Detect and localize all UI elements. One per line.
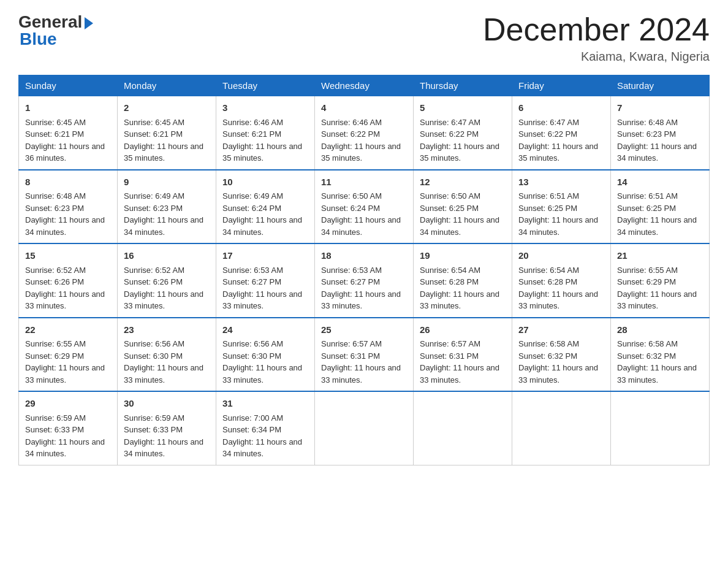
day-number: 18	[321, 249, 407, 263]
day-info: Sunrise: 6:57 AMSunset: 6:31 PMDaylight:…	[321, 338, 407, 386]
calendar-cell: 15Sunrise: 6:52 AMSunset: 6:26 PMDayligh…	[19, 243, 118, 318]
calendar-cell: 7Sunrise: 6:48 AMSunset: 6:23 PMDaylight…	[611, 96, 710, 170]
calendar-cell	[512, 391, 611, 465]
day-number: 2	[124, 101, 210, 115]
day-info: Sunrise: 6:52 AMSunset: 6:26 PMDaylight:…	[124, 264, 210, 312]
day-number: 30	[124, 397, 210, 411]
day-number: 19	[420, 249, 506, 263]
logo-blue-text: Blue	[20, 29, 57, 49]
calendar-cell: 25Sunrise: 6:57 AMSunset: 6:31 PMDayligh…	[315, 318, 414, 392]
calendar-cell: 28Sunrise: 6:58 AMSunset: 6:32 PMDayligh…	[611, 318, 710, 392]
day-number: 13	[518, 175, 604, 190]
calendar-cell: 19Sunrise: 6:54 AMSunset: 6:28 PMDayligh…	[414, 243, 512, 318]
calendar-week-row: 15Sunrise: 6:52 AMSunset: 6:26 PMDayligh…	[19, 243, 710, 318]
calendar-cell: 27Sunrise: 6:58 AMSunset: 6:32 PMDayligh…	[512, 318, 611, 392]
calendar-cell: 9Sunrise: 6:49 AMSunset: 6:23 PMDaylight…	[118, 170, 216, 244]
weekday-header-thursday: Thursday	[414, 75, 512, 96]
day-info: Sunrise: 6:53 AMSunset: 6:27 PMDaylight:…	[321, 264, 407, 312]
weekday-header-saturday: Saturday	[611, 75, 710, 96]
day-number: 16	[124, 249, 210, 263]
weekday-header-wednesday: Wednesday	[315, 75, 414, 96]
day-info: Sunrise: 6:46 AMSunset: 6:22 PMDaylight:…	[321, 117, 407, 164]
day-number: 8	[25, 175, 111, 190]
day-info: Sunrise: 6:56 AMSunset: 6:30 PMDaylight:…	[124, 338, 210, 386]
day-info: Sunrise: 6:45 AMSunset: 6:21 PMDaylight:…	[25, 117, 111, 164]
weekday-header-tuesday: Tuesday	[216, 75, 315, 96]
weekday-header-monday: Monday	[118, 75, 216, 96]
day-info: Sunrise: 6:59 AMSunset: 6:33 PMDaylight:…	[25, 412, 111, 460]
day-info: Sunrise: 6:54 AMSunset: 6:28 PMDaylight:…	[518, 264, 604, 312]
calendar-cell: 8Sunrise: 6:48 AMSunset: 6:23 PMDaylight…	[19, 170, 118, 244]
day-number: 26	[420, 323, 506, 337]
day-number: 31	[222, 397, 308, 411]
weekday-header-friday: Friday	[512, 75, 611, 96]
day-info: Sunrise: 6:54 AMSunset: 6:28 PMDaylight:…	[420, 264, 506, 312]
day-info: Sunrise: 6:53 AMSunset: 6:27 PMDaylight:…	[222, 264, 308, 312]
day-info: Sunrise: 6:45 AMSunset: 6:21 PMDaylight:…	[124, 117, 210, 164]
day-info: Sunrise: 6:52 AMSunset: 6:26 PMDaylight:…	[25, 264, 111, 312]
day-info: Sunrise: 6:51 AMSunset: 6:25 PMDaylight:…	[617, 190, 703, 238]
day-number: 7	[617, 101, 703, 115]
weekday-header-sunday: Sunday	[19, 75, 118, 96]
day-number: 17	[222, 249, 308, 263]
day-info: Sunrise: 6:48 AMSunset: 6:23 PMDaylight:…	[617, 117, 703, 164]
calendar-cell: 1Sunrise: 6:45 AMSunset: 6:21 PMDaylight…	[19, 96, 118, 170]
calendar-cell: 4Sunrise: 6:46 AMSunset: 6:22 PMDaylight…	[315, 96, 414, 170]
day-info: Sunrise: 6:59 AMSunset: 6:33 PMDaylight:…	[124, 412, 210, 460]
day-number: 27	[518, 323, 604, 337]
calendar-cell: 14Sunrise: 6:51 AMSunset: 6:25 PMDayligh…	[611, 170, 710, 244]
day-info: Sunrise: 6:50 AMSunset: 6:25 PMDaylight:…	[420, 190, 506, 238]
day-info: Sunrise: 6:46 AMSunset: 6:21 PMDaylight:…	[222, 117, 308, 164]
day-number: 14	[617, 175, 703, 190]
day-info: Sunrise: 6:58 AMSunset: 6:32 PMDaylight:…	[617, 338, 703, 386]
page-header: General Blue December 2024 Kaiama, Kwara…	[18, 12, 710, 64]
location-subtitle: Kaiama, Kwara, Nigeria	[483, 50, 710, 64]
calendar-cell: 26Sunrise: 6:57 AMSunset: 6:31 PMDayligh…	[414, 318, 512, 392]
day-info: Sunrise: 6:56 AMSunset: 6:30 PMDaylight:…	[222, 338, 308, 386]
day-number: 3	[222, 101, 308, 115]
calendar-cell: 24Sunrise: 6:56 AMSunset: 6:30 PMDayligh…	[216, 318, 315, 392]
calendar-cell: 20Sunrise: 6:54 AMSunset: 6:28 PMDayligh…	[512, 243, 611, 318]
calendar-cell: 30Sunrise: 6:59 AMSunset: 6:33 PMDayligh…	[118, 391, 216, 465]
day-number: 24	[222, 323, 308, 337]
day-info: Sunrise: 6:57 AMSunset: 6:31 PMDaylight:…	[420, 338, 506, 386]
calendar-cell: 6Sunrise: 6:47 AMSunset: 6:22 PMDaylight…	[512, 96, 611, 170]
day-number: 5	[420, 101, 506, 115]
day-number: 11	[321, 175, 407, 190]
day-info: Sunrise: 6:47 AMSunset: 6:22 PMDaylight:…	[518, 117, 604, 164]
day-number: 15	[25, 249, 111, 263]
day-info: Sunrise: 6:51 AMSunset: 6:25 PMDaylight:…	[518, 190, 604, 238]
day-number: 21	[617, 249, 703, 263]
calendar-week-row: 1Sunrise: 6:45 AMSunset: 6:21 PMDaylight…	[19, 96, 710, 170]
calendar-cell: 3Sunrise: 6:46 AMSunset: 6:21 PMDaylight…	[216, 96, 315, 170]
day-info: Sunrise: 6:55 AMSunset: 6:29 PMDaylight:…	[25, 338, 111, 386]
calendar-cell: 12Sunrise: 6:50 AMSunset: 6:25 PMDayligh…	[414, 170, 512, 244]
day-info: Sunrise: 6:48 AMSunset: 6:23 PMDaylight:…	[25, 190, 111, 238]
day-number: 4	[321, 101, 407, 115]
calendar-cell: 18Sunrise: 6:53 AMSunset: 6:27 PMDayligh…	[315, 243, 414, 318]
calendar-cell: 2Sunrise: 6:45 AMSunset: 6:21 PMDaylight…	[118, 96, 216, 170]
calendar-cell: 10Sunrise: 6:49 AMSunset: 6:24 PMDayligh…	[216, 170, 315, 244]
day-info: Sunrise: 6:50 AMSunset: 6:24 PMDaylight:…	[321, 190, 407, 238]
calendar-cell: 21Sunrise: 6:55 AMSunset: 6:29 PMDayligh…	[611, 243, 710, 318]
day-number: 10	[222, 175, 308, 190]
calendar-week-row: 8Sunrise: 6:48 AMSunset: 6:23 PMDaylight…	[19, 170, 710, 244]
calendar-cell	[611, 391, 710, 465]
day-number: 29	[25, 397, 111, 411]
day-info: Sunrise: 6:47 AMSunset: 6:22 PMDaylight:…	[420, 117, 506, 164]
day-number: 20	[518, 249, 604, 263]
day-number: 12	[420, 175, 506, 190]
day-info: Sunrise: 6:49 AMSunset: 6:24 PMDaylight:…	[222, 190, 308, 238]
calendar-cell: 5Sunrise: 6:47 AMSunset: 6:22 PMDaylight…	[414, 96, 512, 170]
calendar-cell: 29Sunrise: 6:59 AMSunset: 6:33 PMDayligh…	[19, 391, 118, 465]
calendar-header-row: SundayMondayTuesdayWednesdayThursdayFrid…	[19, 75, 710, 96]
day-number: 28	[617, 323, 703, 337]
day-number: 22	[25, 323, 111, 337]
calendar-cell: 17Sunrise: 6:53 AMSunset: 6:27 PMDayligh…	[216, 243, 315, 318]
day-info: Sunrise: 6:55 AMSunset: 6:29 PMDaylight:…	[617, 264, 703, 312]
day-info: Sunrise: 6:49 AMSunset: 6:23 PMDaylight:…	[124, 190, 210, 238]
calendar-cell: 11Sunrise: 6:50 AMSunset: 6:24 PMDayligh…	[315, 170, 414, 244]
day-number: 23	[124, 323, 210, 337]
day-number: 6	[518, 101, 604, 115]
day-number: 9	[124, 175, 210, 190]
